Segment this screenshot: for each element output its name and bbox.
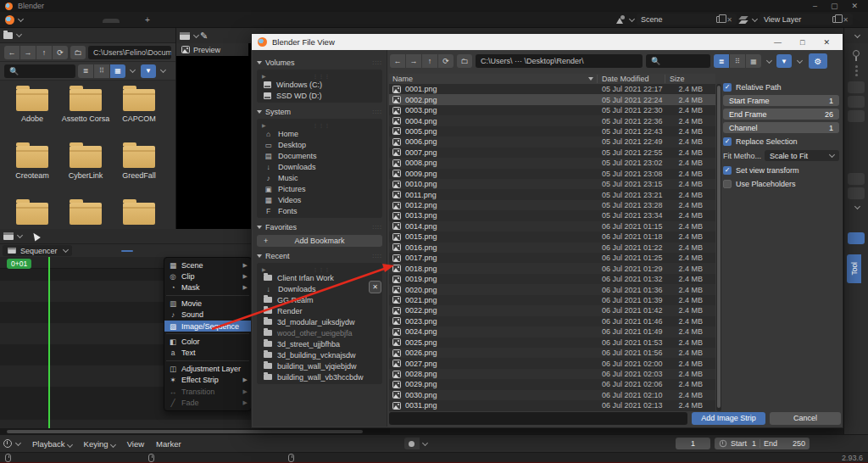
add-menu-item[interactable]: ✶ Effect Strip ▶ <box>164 375 251 386</box>
file-row[interactable]: 0011.png 05 Jul 2021 23:21 2.4 MB <box>389 189 715 199</box>
folder-tile[interactable]: GreedFall <box>114 146 164 180</box>
recent-item[interactable]: 3d_modular_uiksdjydw <box>257 316 382 327</box>
add-menu-item[interactable]: ▥ Movie ▶ <box>164 298 251 309</box>
dialog-close-button[interactable]: ✕ <box>823 38 830 47</box>
recent-item[interactable]: 3d_street_ujjbfhba <box>257 338 382 349</box>
keying-chevron-icon[interactable] <box>422 439 428 445</box>
forward-button[interactable]: → <box>406 54 421 68</box>
file-browser-menu[interactable] <box>31 34 42 37</box>
sequencer-type-chevron-icon[interactable] <box>17 232 23 238</box>
sequencer-menu[interactable] <box>135 250 147 252</box>
workspace-tab[interactable] <box>103 19 120 23</box>
file-row[interactable]: 0029.png 06 Jul 2021 02:06 2.4 MB <box>389 379 715 389</box>
system-item[interactable]: ♪Music <box>257 172 382 183</box>
end-frame-field[interactable]: End Frame26 <box>723 109 839 120</box>
tool-tab[interactable]: Tool <box>847 254 861 283</box>
preview-panel-header[interactable]: Preview <box>176 43 248 56</box>
add-menu-item[interactable]: ╱ Fade ▶ <box>164 397 251 408</box>
topbar-menu[interactable] <box>48 18 60 21</box>
back-button[interactable]: ← <box>4 46 19 59</box>
window-maximize-button[interactable]: ▢ <box>831 2 838 10</box>
dialog-titlebar[interactable]: Blender File View — □ ✕ <box>252 34 843 50</box>
folder-tile[interactable]: CyberLink <box>60 146 111 180</box>
system-item[interactable]: ▤Documents <box>257 150 382 161</box>
playback-menu[interactable]: Playback <box>27 438 77 450</box>
recent-item[interactable]: building_wall_vb3hccbdw <box>257 371 382 382</box>
system-item[interactable]: ▭Desktop <box>257 139 382 150</box>
file-row[interactable]: 0004.png 05 Jul 2021 22:36 2.4 MB <box>389 115 715 126</box>
folder-tile[interactable] <box>114 203 164 228</box>
system-item[interactable]: ▦Videos <box>257 194 382 205</box>
frame-range-fields[interactable]: Start1 End250 <box>715 438 810 449</box>
blender-menu-icon[interactable] <box>5 15 14 25</box>
refresh-button[interactable]: ⟳ <box>53 46 68 59</box>
display-thumbnail-button[interactable]: ▦ <box>746 54 761 68</box>
add-workspace-button[interactable]: + <box>140 15 155 25</box>
system-item[interactable]: ▣Pictures <box>257 183 382 194</box>
folder-tile[interactable]: Assetto Corsa <box>60 89 111 123</box>
transport-button[interactable] <box>483 438 494 449</box>
timeline-view-menu[interactable]: View <box>122 438 149 450</box>
file-row[interactable]: 0031.png 06 Jul 2021 02:13 2.4 MB <box>389 400 715 410</box>
add-menu-item[interactable]: ▨ Image/Sequence ▶ <box>164 321 251 332</box>
use-preview-range-icon[interactable] <box>720 440 727 448</box>
add-menu-item[interactable]: ▦ Scene ▶ <box>164 259 251 271</box>
display-vertical-list-button[interactable]: ≣ <box>714 54 729 68</box>
recent-item[interactable]: ↓Downloads <box>257 283 382 294</box>
recent-item[interactable]: wood_other_ueigebjfa <box>257 327 382 338</box>
file-row[interactable]: 0030.png 06 Jul 2021 02:10 2.4 MB <box>389 390 715 400</box>
auto-keying-button[interactable] <box>404 438 420 449</box>
recent-item[interactable]: Render <box>257 305 382 316</box>
add-menu-item[interactable]: ◎ Clip ▶ <box>164 271 251 282</box>
add-bookmark-button[interactable]: +Add Bookmark <box>257 235 382 247</box>
file-row[interactable]: 0003.png 05 Jul 2021 22:30 2.4 MB <box>389 105 715 115</box>
pin-icon[interactable] <box>853 50 860 57</box>
file-row[interactable]: 0019.png 06 Jul 2021 01:32 2.4 MB <box>389 274 715 284</box>
file-row[interactable]: 0001.png 05 Jul 2021 22:17 2.4 MB <box>389 84 715 94</box>
file-row[interactable]: 0026.png 06 Jul 2021 01:56 2.4 MB <box>389 348 715 358</box>
add-menu-item[interactable]: ◧ Color ▶ <box>164 336 251 347</box>
scene-copy-icon[interactable] <box>716 16 722 23</box>
replace-selection-checkbox[interactable]: ✓ <box>723 137 732 146</box>
folder-tile[interactable]: Creoteam <box>7 146 58 180</box>
dialog-path-field[interactable]: C:\Users\ ··· \Desktop\Render\ <box>476 54 643 68</box>
set-view-transform-checkbox[interactable]: ✓ <box>723 166 732 175</box>
folder-tile[interactable] <box>60 203 111 228</box>
file-row[interactable]: 0010.png 05 Jul 2021 23:15 2.4 MB <box>389 179 715 189</box>
recent-item[interactable]: 3d_building_vcknajsdw <box>257 349 382 360</box>
sequencer-view-type-dropdown[interactable]: Sequencer <box>3 245 72 256</box>
display-settings-chevron-icon[interactable] <box>130 67 136 73</box>
panel-button[interactable] <box>848 187 865 199</box>
file-row[interactable]: 0021.png 06 Jul 2021 01:39 2.4 MB <box>389 295 715 305</box>
add-image-strip-button[interactable]: Add Image Strip <box>692 412 765 425</box>
timeline-editor-chevron-icon[interactable] <box>15 439 21 445</box>
recent-item[interactable]: GG Realm <box>257 294 382 305</box>
file-row[interactable]: 0007.png 05 Jul 2021 22:55 2.4 MB <box>389 148 715 158</box>
create-folder-button[interactable]: 🗀 <box>457 54 472 68</box>
cancel-button[interactable]: Cancel <box>770 412 841 425</box>
file-row[interactable]: 0020.png 06 Jul 2021 01:36 2.4 MB <box>389 284 715 294</box>
volume-item[interactable]: SSD WD (D:) <box>257 90 382 101</box>
current-frame-badge[interactable]: 0+01 <box>7 259 31 269</box>
playhead[interactable] <box>48 257 50 428</box>
add-menu-item[interactable]: ◔ Mask ▶ <box>164 282 251 293</box>
filter-button[interactable]: ▼ <box>141 64 156 78</box>
file-row[interactable]: 0009.png 05 Jul 2021 23:08 2.4 MB <box>389 169 715 179</box>
transport-button[interactable] <box>448 438 459 449</box>
display-vertical-list-button[interactable]: ≣ <box>78 64 93 78</box>
scene-chevron-icon[interactable] <box>629 15 635 21</box>
window-close-button[interactable]: ✕ <box>851 2 858 10</box>
sequencer-menu[interactable] <box>94 250 106 252</box>
sequencer-menu[interactable] <box>81 250 92 252</box>
file-list-scrollbar[interactable] <box>716 84 721 411</box>
file-row[interactable]: 0015.png 06 Jul 2021 01:18 2.4 MB <box>389 232 715 242</box>
file-row[interactable]: 0012.png 05 Jul 2021 23:28 2.4 MB <box>389 200 715 210</box>
dialog-search-input[interactable]: 🔍 <box>646 54 710 68</box>
sequencer-hscrollbar[interactable] <box>0 428 390 434</box>
system-item[interactable]: ⌂Home <box>257 128 382 139</box>
scene-unlink-icon[interactable]: ✕ <box>726 16 732 24</box>
view-layer-selector[interactable]: View Layer ✕ <box>760 14 853 25</box>
panel-chevron-icon[interactable] <box>854 204 860 209</box>
scene-selector[interactable]: Scene ✕ <box>637 14 737 25</box>
file-row[interactable]: 0002.png 05 Jul 2021 22:24 2.4 MB <box>389 94 715 104</box>
